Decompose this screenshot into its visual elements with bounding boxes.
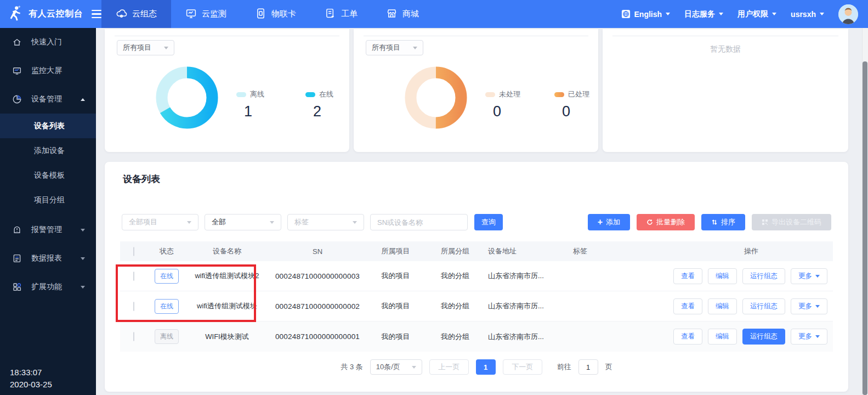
- goto-page-input[interactable]: [578, 359, 598, 375]
- next-page-button[interactable]: 下一页: [503, 359, 542, 375]
- nav-tabs: 云组态 云监测 物联卡: [101, 0, 433, 28]
- processed-swatch: [554, 92, 564, 97]
- project-filter-select[interactable]: 所有项目: [366, 40, 423, 55]
- project-filter-value: 所有项目: [123, 43, 151, 53]
- more-label: 更多: [798, 302, 812, 311]
- device-group: 我的分组: [424, 301, 486, 311]
- view-button[interactable]: 查看: [673, 329, 702, 345]
- status-badge: 离线: [155, 329, 179, 344]
- row-checkbox[interactable]: [133, 332, 134, 341]
- sidebar-item-device-template[interactable]: 设备模板: [0, 163, 96, 188]
- plus-icon: +: [598, 218, 603, 227]
- divider: [115, 36, 339, 36]
- avatar[interactable]: [838, 4, 858, 24]
- table-actions: + 添加 批量删除 排序 导出设备二维码: [588, 214, 831, 230]
- pie-chart-icon: [12, 94, 22, 104]
- device-name: wifi透传组测试模块: [186, 301, 268, 311]
- filter-project-value: 全部项目: [129, 217, 157, 227]
- add-device-button[interactable]: + 添加: [588, 214, 630, 230]
- sort-arrows-icon: [711, 219, 718, 225]
- current-page-button[interactable]: 1: [476, 359, 496, 375]
- table-row: 离线 WIFI模块测试 00024871000000000001 我的项目 我的…: [120, 321, 833, 352]
- user-permission-menu[interactable]: 用户权限: [737, 9, 776, 19]
- filter-status-value: 全部: [212, 217, 226, 227]
- row-checkbox[interactable]: [133, 302, 134, 311]
- goto-page-suffix: 页: [605, 362, 612, 372]
- sidebar-item-extensions[interactable]: 扩展功能: [0, 273, 96, 301]
- app-title: 有人云控制台: [29, 8, 83, 20]
- globe-icon: [621, 9, 631, 19]
- legend-unprocessed: 未处理 0: [485, 89, 536, 120]
- cloud-icon: [116, 8, 127, 21]
- pagination: 共 3 条 10条/页 上一页 1 下一页 前往 页: [105, 359, 848, 375]
- run-scada-button[interactable]: 运行组态: [742, 268, 785, 284]
- filter-status-select[interactable]: 全部: [205, 214, 281, 230]
- project-filter-select[interactable]: 所有项目: [117, 40, 174, 55]
- more-label: 更多: [798, 332, 812, 341]
- legend-processed: 已处理 0: [554, 89, 605, 120]
- edit-button[interactable]: 编辑: [708, 329, 737, 345]
- refresh-icon: [646, 219, 653, 225]
- col-actions: 操作: [670, 246, 833, 256]
- tab-label: 云监测: [202, 9, 226, 19]
- edit-button[interactable]: 编辑: [708, 268, 737, 284]
- run-scada-button[interactable]: 运行组态: [742, 298, 785, 314]
- chevron-down-icon: [772, 13, 776, 15]
- sidebar-item-device-list[interactable]: 设备列表: [0, 114, 96, 138]
- chevron-down-icon: [270, 221, 274, 224]
- device-table: 状态 设备名称 SN 所属项目 所属分组 设备地址 标签 操作 在线 wifi透…: [120, 241, 833, 352]
- col-status: 状态: [147, 246, 186, 256]
- sidebar-item-data-report[interactable]: 数据报表: [0, 244, 96, 273]
- monitor-icon: [185, 8, 197, 21]
- sidebar-item-alarm-management[interactable]: 报警管理: [0, 216, 96, 244]
- sidebar-item-monitor-screen[interactable]: 监控大屏: [0, 57, 96, 85]
- sidebar-item-device-management[interactable]: 设备管理: [0, 85, 96, 114]
- language-selector[interactable]: English: [621, 9, 671, 19]
- unprocessed-swatch: [485, 92, 495, 97]
- filter-project-select[interactable]: 全部项目: [122, 214, 198, 230]
- prev-page-button[interactable]: 上一页: [429, 359, 469, 375]
- legend-label: 未处理: [499, 89, 520, 99]
- sidebar-item-project-group[interactable]: 项目分组: [0, 188, 96, 212]
- more-button[interactable]: 更多: [791, 268, 827, 284]
- sort-button[interactable]: 排序: [701, 214, 745, 230]
- col-tag: 标签: [571, 246, 670, 256]
- chevron-up-icon: [81, 98, 85, 101]
- chevron-down-icon: [413, 47, 417, 49]
- select-all-checkbox[interactable]: [133, 247, 134, 256]
- language-label: English: [634, 10, 662, 19]
- tab-store[interactable]: 商城: [372, 0, 433, 28]
- view-button[interactable]: 查看: [673, 298, 702, 314]
- chevron-down-icon: [353, 221, 357, 224]
- sidebar-item-add-device[interactable]: 添加设备: [0, 138, 96, 163]
- filter-tag-select[interactable]: 标签: [287, 214, 364, 230]
- username-menu[interactable]: usrsxh: [791, 10, 824, 19]
- row-checkbox[interactable]: [133, 272, 134, 281]
- export-qr-button[interactable]: 导出设备二维码: [752, 214, 831, 230]
- sidebar-item-quick-start[interactable]: 快速入门: [0, 28, 96, 57]
- more-button[interactable]: 更多: [791, 298, 827, 314]
- tab-work-order[interactable]: 工单: [310, 0, 372, 28]
- search-button[interactable]: 查询: [474, 214, 503, 230]
- tab-label: 物联卡: [271, 9, 296, 19]
- hamburger-menu-icon[interactable]: [92, 10, 101, 19]
- sidebar-item-label: 设备管理: [31, 94, 71, 104]
- scrollbar-thumb[interactable]: [863, 61, 867, 395]
- scrollbar-track[interactable]: [862, 28, 868, 395]
- tab-cloud-scada[interactable]: 云组态: [101, 0, 171, 28]
- unprocessed-count: 0: [493, 103, 536, 120]
- more-button[interactable]: 更多: [791, 329, 827, 345]
- run-scada-button[interactable]: 运行组态: [742, 329, 785, 345]
- view-button[interactable]: 查看: [673, 268, 702, 284]
- sn-search-input[interactable]: [370, 214, 468, 230]
- batch-delete-button[interactable]: 批量删除: [637, 214, 695, 230]
- user-permission-label: 用户权限: [737, 9, 768, 19]
- log-service-menu[interactable]: 日志服务: [684, 9, 723, 19]
- table-row: 在线 wifi透传组测试模块2 00024871000000000003 我的项…: [120, 261, 833, 291]
- tab-iot-card[interactable]: 物联卡: [241, 0, 310, 28]
- chevron-down-icon: [187, 221, 191, 224]
- page-size-select[interactable]: 10条/页: [370, 359, 422, 375]
- edit-button[interactable]: 编辑: [708, 298, 737, 314]
- tab-cloud-monitor[interactable]: 云监测: [171, 0, 241, 28]
- chevron-down-icon: [815, 335, 820, 338]
